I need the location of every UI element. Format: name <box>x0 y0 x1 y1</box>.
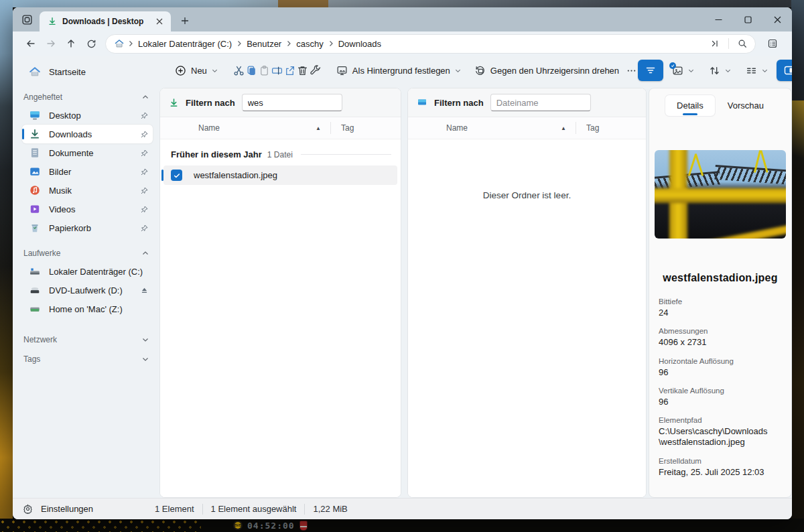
column-headers: Name ▲ Tag <box>160 117 401 139</box>
sidebar-item-drive-d[interactable]: DVD-Laufwerk (D:) <box>22 281 153 300</box>
scoreboard-clock: 04:52:00 <box>247 521 295 531</box>
eject-icon[interactable] <box>140 286 149 295</box>
breadcrumb-item-benutzer[interactable]: Benutzer <box>244 37 284 51</box>
property-horizontale-aufloesung: Horizontale Auflösung 96 <box>659 357 782 378</box>
settings-button[interactable]: Einstellungen <box>13 504 147 514</box>
details-pane-toggle[interactable] <box>777 60 792 81</box>
breadcrumb-item-downloads[interactable]: Downloads <box>336 37 384 51</box>
paste-button[interactable] <box>259 60 270 81</box>
pin-icon[interactable] <box>140 205 149 214</box>
refresh-button[interactable] <box>81 34 101 54</box>
pin-icon[interactable] <box>140 168 149 176</box>
sidebar-item-bilder[interactable]: Bilder <box>22 162 153 181</box>
delete-button[interactable] <box>297 60 308 81</box>
group-by-button[interactable] <box>666 60 700 81</box>
window-layout-button[interactable] <box>17 10 37 29</box>
sidebar-item-desktop[interactable]: Desktop <box>22 106 153 125</box>
search-icon[interactable] <box>733 36 752 52</box>
sidebar-item-drive-z[interactable]: Home on 'Mac' (Z:) <box>22 300 153 318</box>
sidebar-item-musik[interactable]: Musik <box>22 181 153 200</box>
new-tab-button[interactable] <box>176 12 194 29</box>
filter-input[interactable] <box>242 94 342 111</box>
sidebar-section-netzwerk[interactable]: Netzwerk <box>22 331 153 348</box>
rotate-ccw-button[interactable]: Gegen den Uhrzeigersinn drehen <box>468 60 625 81</box>
rename-button[interactable] <box>271 60 283 81</box>
checkbox-checked-icon[interactable] <box>171 170 182 181</box>
column-label: Tag <box>586 123 599 133</box>
breadcrumb-item-caschy[interactable]: caschy <box>293 37 326 51</box>
properties-button[interactable] <box>310 60 321 81</box>
clipboard-list-icon[interactable] <box>761 34 784 54</box>
set-background-button[interactable]: Als Hintergrund festlegen <box>330 60 467 81</box>
column-headers: Name ▲ Tag <box>408 117 646 139</box>
sort-button[interactable] <box>703 60 737 81</box>
column-header-tag[interactable]: Tag <box>576 123 646 133</box>
column-header-name[interactable]: Name ▲ <box>408 123 576 133</box>
tab-details[interactable]: Details <box>665 95 715 116</box>
sidebar-item-downloads[interactable]: Downloads <box>22 125 153 143</box>
sidebar-section-angeheftet[interactable]: Angeheftet <box>22 88 153 106</box>
clipboard-icon <box>259 65 270 76</box>
sidebar-item-label: Desktop <box>49 111 81 121</box>
breadcrumb-item-drive[interactable]: Lokaler Datenträger (C:) <box>135 37 234 51</box>
home-icon[interactable] <box>114 38 125 49</box>
property-value: 96 <box>659 367 782 378</box>
pin-icon[interactable] <box>140 186 149 195</box>
sidebar-item-drive-c[interactable]: Lokaler Datenträger (C:) <box>22 262 153 281</box>
group-header[interactable]: Früher in diesem Jahr 1 Datei <box>160 139 401 165</box>
sidebar-item-label: Papierkorb <box>49 223 91 233</box>
empty-folder-message: Dieser Ordner ist leer. <box>408 190 646 200</box>
tab-vorschau[interactable]: Vorschau <box>716 95 775 116</box>
up-button[interactable] <box>61 34 81 54</box>
new-button[interactable]: Neu <box>169 60 224 81</box>
breadcrumb-chevron <box>127 40 134 47</box>
filter-label: Filtern nach <box>186 98 235 108</box>
minimize-button[interactable] <box>704 7 733 31</box>
pin-icon[interactable] <box>140 111 149 120</box>
property-label: Horizontale Auflösung <box>659 357 782 365</box>
file-preview-thumbnail <box>655 150 786 239</box>
address-bar[interactable]: Lokaler Datenträger (C:) Benutzer caschy… <box>105 34 756 54</box>
pin-icon[interactable] <box>140 224 149 232</box>
layout-button[interactable] <box>740 60 774 81</box>
filter-input[interactable] <box>490 94 591 111</box>
sidebar-item-label: Lokaler Datenträger (C:) <box>49 267 143 277</box>
section-label: Laufwerke <box>23 249 60 258</box>
sidebar-item-startseite[interactable]: Startseite <box>22 62 153 81</box>
sidebar-item-papierkorb[interactable]: Papierkorb <box>22 218 153 237</box>
divider <box>728 38 729 49</box>
sidebar-item-dokumente[interactable]: Dokumente <box>22 143 153 162</box>
chevron-down-icon <box>142 356 149 362</box>
properties-list: Bittiefe 24 Abmessungen 4096 x 2731 Hori… <box>655 297 786 478</box>
cut-button[interactable] <box>233 60 245 81</box>
list-layout-icon <box>746 65 757 76</box>
pin-icon[interactable] <box>140 130 149 139</box>
sidebar-section-tags[interactable]: Tags <box>22 350 153 368</box>
tab-close-icon[interactable] <box>153 15 165 27</box>
forward-button[interactable] <box>41 34 61 54</box>
maximize-button[interactable] <box>733 7 762 31</box>
network-drive-icon <box>29 303 41 315</box>
add-circle-icon <box>175 65 186 76</box>
tab-downloads-desktop[interactable]: Downloads | Desktop <box>40 11 171 31</box>
share-icon <box>284 65 295 76</box>
wrench-icon <box>310 65 321 76</box>
recycle-bin-icon <box>29 222 41 234</box>
filter-row: Filtern nach <box>408 88 646 117</box>
sidebar-item-label: Bilder <box>49 167 71 177</box>
filter-button[interactable] <box>638 60 663 81</box>
column-header-name[interactable]: Name ▲ <box>160 123 330 133</box>
close-button[interactable] <box>762 7 792 31</box>
column-label: Name <box>446 123 468 133</box>
file-row-westfalenstadion[interactable]: westfalenstadion.jpeg <box>163 165 397 185</box>
back-button[interactable] <box>21 34 41 54</box>
sidebar-item-videos[interactable]: Videos <box>22 200 153 218</box>
jump-to-end-icon[interactable] <box>706 36 724 52</box>
more-options-button[interactable] <box>626 60 636 81</box>
sidebar-section-laufwerke[interactable]: Laufwerke <box>22 245 153 262</box>
column-header-tag[interactable]: Tag <box>331 123 401 133</box>
breadcrumb-chevron <box>328 40 334 47</box>
copy-button[interactable] <box>246 60 257 81</box>
pin-icon[interactable] <box>140 149 149 157</box>
share-button[interactable] <box>284 60 295 81</box>
